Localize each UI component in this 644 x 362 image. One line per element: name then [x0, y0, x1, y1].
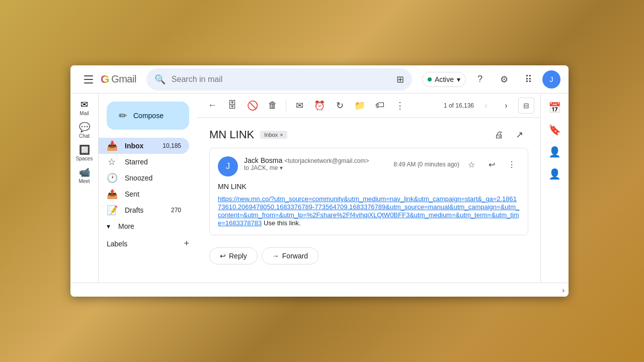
- tag-button[interactable]: 🏷: [371, 97, 389, 115]
- to-line[interactable]: to JACK, me ▾: [244, 164, 393, 171]
- header: G Gmail 🔍 ⊞ Active ▾ ? ⚙ ⠿ J: [70, 65, 569, 94]
- thread-area: MN LINK Inbox × 🖨 ↗: [197, 118, 540, 283]
- more-actions-button[interactable]: ⋮: [391, 97, 409, 115]
- search-icon: 🔍: [154, 74, 166, 85]
- calendar-icon: 📅: [548, 102, 561, 114]
- email-header: J Jack Bosma <tutorjacknetwork@gmail.com…: [218, 156, 520, 176]
- tag-icon: 🏷: [375, 100, 384, 111]
- report-icon: 🚫: [247, 100, 258, 111]
- sidebar-item-drafts[interactable]: 📝 Drafts 270: [99, 202, 189, 218]
- email-card: J Jack Bosma <tutorjacknetwork@gmail.com…: [209, 148, 528, 235]
- header-right: Active ▾ ? ⚙ ⠿ J: [422, 69, 560, 89]
- contacts-icon: 👤: [548, 146, 561, 158]
- compose-button[interactable]: ✏ Compose: [107, 102, 189, 130]
- menu-button[interactable]: [78, 69, 99, 89]
- user-avatar[interactable]: J: [542, 70, 560, 88]
- mail-nav-item[interactable]: ✉ Mail: [70, 98, 99, 118]
- thread-subject: MN LINK Inbox ×: [209, 128, 287, 141]
- email-more-button[interactable]: ⋮: [504, 156, 520, 172]
- thread-subject-text: MN LINK: [209, 128, 254, 141]
- meet-nav-item[interactable]: 📹 Meet: [70, 165, 99, 186]
- view-toggle-button[interactable]: ⊟: [518, 98, 534, 114]
- chat-nav-item[interactable]: 💬 Chat: [70, 120, 99, 141]
- open-new-window-button[interactable]: ↗: [510, 126, 528, 144]
- reply-icon: ↩: [220, 252, 226, 260]
- starred-icon: ☆: [107, 156, 117, 167]
- delete-button[interactable]: 🗑: [264, 97, 282, 115]
- compose-label: Compose: [133, 112, 164, 120]
- filter-icon[interactable]: ⊞: [396, 74, 404, 85]
- email-toolbar: ← 🗄 🚫 🗑 ✉ ⏰ ↻: [197, 94, 540, 118]
- reply-header-icon: ↩: [489, 160, 495, 169]
- spaces-nav-item[interactable]: 🔲 Spaces: [70, 143, 99, 163]
- forward-label: Forward: [282, 252, 308, 260]
- email-body-content: https://new.mn.co/?utm_source=community&…: [218, 195, 520, 227]
- view-toggle-icon: ⊟: [523, 102, 529, 110]
- email-body-text: Use this link.: [264, 219, 301, 227]
- archive-button[interactable]: 🗄: [223, 97, 242, 115]
- gmail-text: Gmail: [111, 73, 136, 85]
- refresh-button[interactable]: ↻: [331, 97, 349, 115]
- star-button[interactable]: ☆: [463, 156, 479, 172]
- email-body: MN LINK https://new.mn.co/?utm_source=co…: [218, 183, 520, 227]
- active-status[interactable]: Active ▾: [422, 72, 466, 87]
- reply-label: Reply: [229, 252, 247, 260]
- delete-icon: 🗑: [268, 100, 277, 111]
- search-bar[interactable]: 🔍 ⊞: [146, 68, 412, 90]
- active-chevron: ▾: [457, 75, 460, 83]
- apps-button[interactable]: ⠿: [518, 69, 538, 89]
- hamburger-icon: [84, 75, 93, 83]
- help-button[interactable]: ?: [470, 69, 490, 89]
- reply-header-button[interactable]: ↩: [484, 156, 500, 172]
- sender-name: Jack Bosma: [244, 156, 282, 164]
- info-icon: 👤: [548, 168, 561, 180]
- google-g-logo: G: [101, 73, 109, 86]
- back-button[interactable]: ←: [203, 97, 221, 115]
- sidebar-item-sent[interactable]: 📤 Sent: [99, 186, 189, 202]
- snooze-button[interactable]: ⏰: [310, 97, 329, 115]
- email-link[interactable]: https://new.mn.co/?utm_source=community&…: [218, 195, 519, 227]
- next-page-button[interactable]: ›: [498, 98, 514, 114]
- prev-page-button[interactable]: ‹: [478, 98, 494, 114]
- settings-icon: ⚙: [500, 74, 508, 85]
- right-sidebar: 📅 🔖 👤 👤: [540, 94, 569, 283]
- email-button[interactable]: ✉: [290, 97, 308, 115]
- search-input[interactable]: [172, 75, 390, 84]
- folder-button[interactable]: 📁: [351, 97, 369, 115]
- info-right-icon[interactable]: 👤: [545, 164, 565, 184]
- active-label: Active: [435, 75, 454, 83]
- avatar-initials: J: [550, 75, 553, 83]
- expand-icon: ›: [562, 286, 565, 294]
- labels-add-button[interactable]: +: [184, 238, 189, 249]
- sidebar-item-snoozed[interactable]: 🕐 Snoozed: [99, 170, 189, 186]
- calendar-right-icon[interactable]: 📅: [545, 98, 565, 118]
- keep-right-icon[interactable]: 🔖: [545, 120, 565, 140]
- reply-button[interactable]: ↩ Reply: [209, 247, 258, 264]
- bottom-expand[interactable]: ›: [70, 283, 569, 297]
- pagination-text: 1 of 16,136: [444, 102, 474, 109]
- action-buttons: ↩ Reply → Forward: [209, 243, 528, 268]
- snoozed-icon: 🕐: [107, 172, 117, 184]
- email-body-subject: MN LINK: [218, 183, 520, 191]
- email-more-icon: ⋮: [508, 160, 516, 169]
- inbox-badge: 10,185: [163, 142, 181, 149]
- settings-button[interactable]: ⚙: [494, 69, 514, 89]
- left-icon-strip: ✉ Mail 💬 Chat 🔲 Spaces 📹 Meet: [70, 94, 99, 283]
- report-button[interactable]: 🚫: [244, 97, 262, 115]
- forward-button[interactable]: → Forward: [262, 247, 318, 264]
- labels-section: Labels +: [99, 236, 197, 251]
- more-link[interactable]: ▾ More: [99, 218, 197, 234]
- active-dot: [428, 77, 432, 81]
- sidebar-item-starred[interactable]: ☆ Starred: [99, 154, 189, 170]
- open-icon: ↗: [516, 129, 523, 140]
- star-icon: ☆: [468, 160, 475, 169]
- email-area: ← 🗄 🚫 🗑 ✉ ⏰ ↻: [197, 94, 540, 283]
- sidebar-item-inbox[interactable]: 📥 Inbox 10,185: [99, 138, 189, 154]
- print-button[interactable]: 🖨: [490, 126, 508, 144]
- more-icon: ▾: [107, 222, 110, 230]
- inbox-tag-close[interactable]: ×: [280, 132, 283, 138]
- keep-icon: 🔖: [548, 124, 561, 136]
- sent-icon: 📤: [107, 189, 117, 200]
- contacts-right-icon[interactable]: 👤: [545, 142, 565, 162]
- labels-label: Labels: [107, 240, 127, 248]
